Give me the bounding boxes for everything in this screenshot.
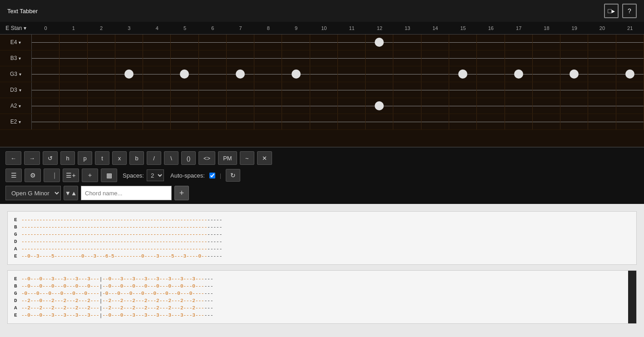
spaces-select[interactable]: 1 2 3 4 <box>147 169 164 181</box>
fret-cell[interactable] <box>199 66 227 82</box>
fret-cell[interactable] <box>254 114 282 129</box>
fret-cell[interactable] <box>199 82 227 98</box>
fret-cell[interactable] <box>32 50 59 66</box>
fret-cell[interactable] <box>505 98 533 114</box>
string-label-e4[interactable]: E4▾ <box>0 35 32 50</box>
fret-cell[interactable] <box>338 114 366 129</box>
fret-cell[interactable] <box>449 50 477 66</box>
sort-btn[interactable]: ▼▲ <box>64 186 78 200</box>
fret-cell[interactable] <box>393 66 421 82</box>
fret-cell[interactable] <box>254 50 282 66</box>
fret-cell[interactable] <box>310 82 338 98</box>
fret-cell[interactable] <box>588 66 616 82</box>
tuning-select[interactable]: Open G Minor Standard Drop D Open G DADG… <box>5 186 61 200</box>
undo-btn[interactable]: ↺ <box>43 151 58 165</box>
fret-cell[interactable] <box>88 98 115 114</box>
fret-cell[interactable] <box>421 82 449 98</box>
fret-cell[interactable] <box>560 82 588 98</box>
string-label-g3[interactable]: G3▾ <box>0 66 32 82</box>
fret-cell[interactable] <box>366 50 393 66</box>
fret-cell[interactable] <box>616 114 644 129</box>
fret-cell[interactable] <box>449 98 477 114</box>
fret-cell[interactable] <box>32 98 59 114</box>
fret-cell[interactable] <box>477 114 505 129</box>
fret-cell[interactable] <box>143 50 171 66</box>
fret-cell[interactable] <box>115 82 143 98</box>
fret-cell[interactable] <box>254 66 282 82</box>
fret-cell[interactable] <box>560 35 588 50</box>
b-btn[interactable]: b <box>129 151 144 165</box>
fret-cell[interactable] <box>282 66 310 82</box>
fret-cell[interactable] <box>171 98 198 114</box>
fret-cell[interactable] <box>199 50 227 66</box>
fret-cell[interactable] <box>560 114 588 129</box>
fret-cell[interactable] <box>115 114 143 129</box>
fret-cell[interactable] <box>199 114 227 129</box>
fret-cell[interactable] <box>477 66 505 82</box>
right-btn[interactable]: → <box>24 151 40 165</box>
tab-block-2[interactable]: E --0---0---3---3---3---3--- | --0---3--… <box>7 270 637 324</box>
fret-cell[interactable] <box>310 35 338 50</box>
fret-cell[interactable] <box>505 66 533 82</box>
string-label-b3[interactable]: B3▾ <box>0 50 32 66</box>
left-btn[interactable]: ← <box>5 151 21 165</box>
t-btn[interactable]: t <box>95 151 109 165</box>
fret-cell[interactable] <box>338 50 366 66</box>
tab-block-1[interactable]: E --------------------------------------… <box>7 211 637 265</box>
fret-cell[interactable] <box>560 66 588 82</box>
fret-cell[interactable] <box>59 114 87 129</box>
fret-cell[interactable] <box>310 98 338 114</box>
fret-cell[interactable] <box>477 82 505 98</box>
fret-cell[interactable] <box>338 66 366 82</box>
slash-btn[interactable]: / <box>147 151 161 165</box>
fret-cell[interactable] <box>393 50 421 66</box>
fret-cell[interactable] <box>282 82 310 98</box>
fret-cell[interactable] <box>366 66 393 82</box>
fret-cell[interactable] <box>143 35 171 50</box>
fret-cell[interactable] <box>421 98 449 114</box>
fret-cell[interactable] <box>449 66 477 82</box>
fret-cell[interactable] <box>88 114 115 129</box>
insert-btn[interactable]: ＋ <box>82 168 98 182</box>
fret-cell[interactable] <box>282 50 310 66</box>
fret-cell[interactable] <box>143 82 171 98</box>
angle-btn[interactable]: <> <box>198 151 215 165</box>
clear-btn[interactable]: ✕ <box>257 151 272 165</box>
fret-cell[interactable] <box>310 50 338 66</box>
fret-cell[interactable] <box>88 50 115 66</box>
fret-cell[interactable] <box>366 35 393 50</box>
fret-cell[interactable] <box>477 35 505 50</box>
fret-cell[interactable] <box>59 98 87 114</box>
fret-cell[interactable] <box>310 66 338 82</box>
fret-cell[interactable] <box>560 50 588 66</box>
fret-cell[interactable] <box>199 98 227 114</box>
add-col-btn[interactable]: ☰+ <box>63 168 79 182</box>
h-btn[interactable]: h <box>60 151 75 165</box>
fret-cell[interactable] <box>143 114 171 129</box>
fret-cell[interactable] <box>143 66 171 82</box>
fret-cell[interactable] <box>143 98 171 114</box>
help-button[interactable]: ? <box>622 4 637 18</box>
fret-cell[interactable] <box>171 114 198 129</box>
fret-cell[interactable] <box>199 35 227 50</box>
fret-cell[interactable] <box>171 35 198 50</box>
fret-cell[interactable] <box>533 114 560 129</box>
fret-cell[interactable] <box>533 50 560 66</box>
fret-cell[interactable] <box>32 35 59 50</box>
fret-cell[interactable] <box>616 35 644 50</box>
fret-cell[interactable] <box>115 35 143 50</box>
fret-cell[interactable] <box>32 66 59 82</box>
fret-cell[interactable] <box>59 66 87 82</box>
fret-cell[interactable] <box>393 98 421 114</box>
fret-cell[interactable] <box>616 66 644 82</box>
fret-cell[interactable] <box>88 35 115 50</box>
chord-name-input[interactable] <box>81 186 172 200</box>
fret-cell[interactable] <box>171 66 198 82</box>
add-chord-btn[interactable]: + <box>174 186 189 200</box>
fret-cell[interactable] <box>115 50 143 66</box>
fret-cell[interactable] <box>59 50 87 66</box>
pm-btn[interactable]: PM <box>218 151 237 165</box>
monitor-btn[interactable]: ▩ <box>101 168 117 182</box>
fret-cell[interactable] <box>393 82 421 98</box>
fret-cell[interactable] <box>588 98 616 114</box>
